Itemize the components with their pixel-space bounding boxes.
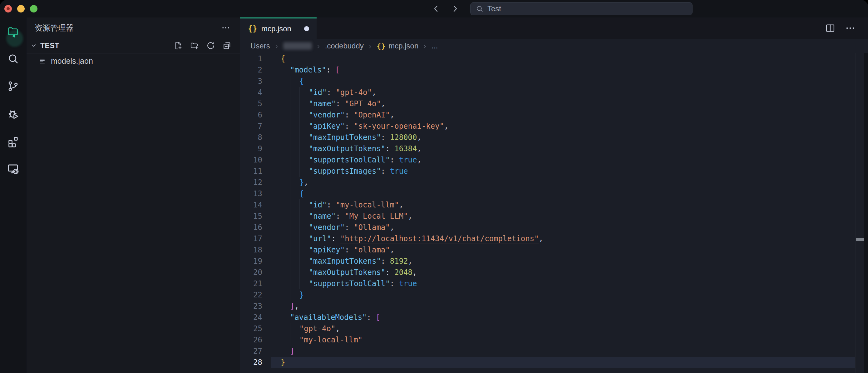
line-number[interactable]: 12 — [240, 177, 262, 188]
line-number[interactable]: 9 — [240, 143, 262, 154]
line-number[interactable]: 19 — [240, 256, 262, 267]
sidebar-more-button[interactable] — [221, 23, 230, 32]
workbench: 资源管理器 TEST models.jaon {}mcp.json Users.… — [0, 18, 868, 373]
line-number[interactable]: 16 — [240, 222, 262, 233]
token: : — [345, 223, 354, 232]
line-content: { — [281, 53, 285, 64]
line-number[interactable]: 14 — [240, 199, 262, 210]
scrollbar-marker[interactable] — [856, 238, 864, 241]
code-line-12[interactable]: 12}, — [240, 177, 868, 188]
breadcrumb-separator — [367, 43, 373, 49]
code-line-22[interactable]: 22} — [240, 289, 868, 300]
code-line-3[interactable]: 3{ — [240, 76, 868, 87]
line-number[interactable]: 24 — [240, 312, 262, 323]
scrollbar-gutter[interactable] — [855, 53, 868, 373]
line-number[interactable]: 13 — [240, 188, 262, 199]
code-line-11[interactable]: 11"supportsImages": true — [240, 166, 868, 177]
indent-guide — [300, 98, 309, 109]
code-line-21[interactable]: 21"supportsToolCall": true — [240, 278, 868, 289]
code-line-25[interactable]: 25"gpt-4o", — [240, 323, 868, 334]
token: "Ollama" — [354, 223, 390, 232]
editor-more-button[interactable] — [845, 23, 856, 33]
activity-item-explorer[interactable] — [0, 18, 26, 45]
line-number[interactable]: 8 — [240, 132, 262, 143]
line-number[interactable]: 20 — [240, 267, 262, 278]
code-line-17[interactable]: 17"url": "http://localhost:11434/v1/chat… — [240, 233, 868, 244]
code-line-27[interactable]: 27] — [240, 345, 868, 357]
code-line-4[interactable]: 4"id": "gpt-4o", — [240, 87, 868, 98]
token: "vendor" — [309, 111, 345, 119]
indent-guide — [300, 154, 309, 166]
code-line-13[interactable]: 13{ — [240, 188, 868, 199]
file-row-models.jaon[interactable]: models.jaon — [27, 54, 240, 68]
code-line-14[interactable]: 14"id": "my-local-llm", — [240, 199, 868, 210]
code-line-19[interactable]: 19"maxInputTokens": 8192, — [240, 256, 868, 267]
line-number[interactable]: 10 — [240, 154, 262, 166]
indent-guide — [290, 323, 300, 334]
new-folder-button[interactable] — [190, 41, 199, 50]
forward-button[interactable] — [450, 4, 460, 13]
code-line-24[interactable]: 24"availableModels": [ — [240, 312, 868, 323]
line-number[interactable]: 4 — [240, 87, 262, 98]
activity-item-run-debug[interactable] — [0, 100, 26, 127]
code-line-6[interactable]: 6"vendor": "OpenAI", — [240, 109, 868, 121]
code-line-16[interactable]: 16"vendor": "Ollama", — [240, 222, 868, 233]
split-editor-button[interactable] — [825, 23, 836, 33]
line-number[interactable]: 17 — [240, 233, 262, 244]
line-number[interactable]: 21 — [240, 278, 262, 289]
code-line-9[interactable]: 9"maxOutputTokens": 16384, — [240, 143, 868, 154]
line-number[interactable]: 18 — [240, 244, 262, 256]
code-line-23[interactable]: 23], — [240, 300, 868, 312]
line-number[interactable]: 5 — [240, 98, 262, 109]
token: , — [417, 155, 421, 164]
new-file-button[interactable] — [174, 41, 183, 50]
modified-indicator[interactable] — [304, 26, 309, 31]
command-search-input[interactable]: Test — [470, 2, 692, 15]
breadcrumb-item-.codebuddy[interactable]: .codebuddy — [325, 41, 364, 50]
line-number[interactable]: 3 — [240, 76, 262, 87]
back-button[interactable] — [432, 4, 441, 13]
line-number[interactable]: 25 — [240, 323, 262, 334]
code-line-20[interactable]: 20"maxOutputTokens": 2048, — [240, 267, 868, 278]
explorer-section-header[interactable]: TEST — [27, 38, 240, 53]
code-line-7[interactable]: 7"apiKey": "sk-your-openai-key", — [240, 121, 868, 132]
activity-item-extensions[interactable] — [0, 127, 26, 155]
code-line-5[interactable]: 5"name": "GPT-4o", — [240, 98, 868, 109]
breadcrumb-item-Users[interactable]: Users — [250, 41, 270, 50]
code-line-15[interactable]: 15"name": "My Local LLM", — [240, 210, 868, 222]
code-line-8[interactable]: 8"maxInputTokens": 128000, — [240, 132, 868, 143]
line-number[interactable]: 27 — [240, 345, 262, 357]
line-number[interactable]: 15 — [240, 210, 262, 222]
line-number[interactable]: 7 — [240, 121, 262, 132]
zoom-button[interactable] — [30, 5, 37, 12]
breadcrumb-item-mcp.json[interactable]: {}mcp.json — [377, 41, 419, 50]
line-number[interactable]: 2 — [240, 64, 262, 76]
activity-item-source-control[interactable] — [0, 73, 26, 100]
refresh-explorer-button[interactable] — [206, 41, 215, 50]
close-button[interactable] — [4, 5, 12, 12]
indent-guide — [300, 233, 309, 244]
breadcrumb-user-redacted — [283, 42, 312, 50]
code-line-10[interactable]: 10"supportsToolCall": true, — [240, 154, 868, 166]
explorer-sidebar: 资源管理器 TEST models.jaon — [26, 18, 240, 373]
breadcrumb-item-...[interactable]: ... — [432, 41, 438, 50]
line-number[interactable]: 1 — [240, 53, 262, 64]
line-number[interactable]: 6 — [240, 109, 262, 121]
activity-item-search[interactable] — [0, 45, 26, 73]
tab-mcp.json[interactable]: {}mcp.json — [240, 18, 317, 39]
code-area[interactable]: 1{2"models": [3{4"id": "gpt-4o",5"name":… — [240, 53, 868, 373]
code-line-2[interactable]: 2"models": [ — [240, 64, 868, 76]
activity-item-remote-explorer[interactable] — [0, 155, 26, 182]
collapse-folders-button[interactable] — [222, 41, 232, 50]
line-number[interactable]: 28 — [240, 357, 262, 368]
code-line-28[interactable]: 28} — [240, 357, 868, 368]
line-number[interactable]: 22 — [240, 289, 262, 300]
code-line-18[interactable]: 18"apiKey": "ollama", — [240, 244, 868, 256]
line-number[interactable]: 11 — [240, 166, 262, 177]
line-number[interactable]: 26 — [240, 334, 262, 345]
token: "maxInputTokens" — [309, 257, 381, 265]
code-line-1[interactable]: 1{ — [240, 53, 868, 64]
code-line-26[interactable]: 26"my-local-llm" — [240, 334, 868, 345]
line-number[interactable]: 23 — [240, 300, 262, 312]
minimize-button[interactable] — [17, 5, 25, 12]
